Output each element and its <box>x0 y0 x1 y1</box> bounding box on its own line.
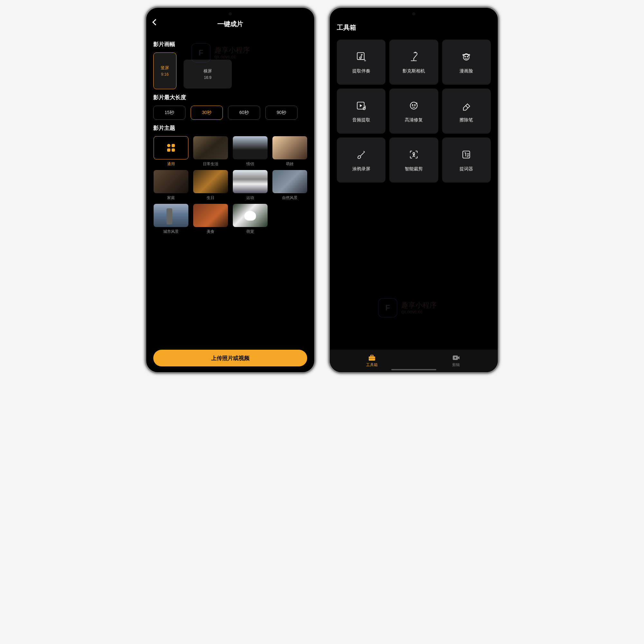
theme-item-sport[interactable]: 运动 <box>232 170 268 201</box>
eraser-icon <box>460 99 473 112</box>
tool-extract-accompaniment[interactable]: 提取伴奏 <box>337 40 385 85</box>
theme-thumb <box>272 136 307 159</box>
nav-toolbox-label: 工具箱 <box>366 362 378 368</box>
svg-point-10 <box>412 105 413 106</box>
theme-item-daily[interactable]: 日常生活 <box>193 136 228 167</box>
theme-item-birthday[interactable]: 生日 <box>193 170 228 201</box>
duration-option-60s[interactable]: 60秒 <box>228 106 260 120</box>
music-note-square-icon <box>355 50 368 63</box>
duration-option-30s[interactable]: 30秒 <box>191 106 223 120</box>
theme-label: 家庭 <box>167 195 175 201</box>
theme-item-city[interactable]: 城市风景 <box>153 204 188 234</box>
theme-item-food[interactable]: 美食 <box>193 204 228 234</box>
theme-item-general[interactable]: 通用 <box>153 136 188 167</box>
clown-face-icon <box>460 50 473 63</box>
theme-item-pet[interactable]: 萌宠 <box>232 204 268 234</box>
brush-icon <box>355 148 368 161</box>
section-theme-title: 影片主题 <box>153 124 307 132</box>
theme-label: 运动 <box>246 195 254 201</box>
upload-button[interactable]: 上传照片或视频 <box>153 350 307 366</box>
tool-cartoon-face[interactable]: 漫画脸 <box>442 40 491 85</box>
tool-audio-extract[interactable]: 音频提取 <box>337 89 385 134</box>
duration-option-90s[interactable]: 90秒 <box>265 106 298 120</box>
tool-label: 提词器 <box>459 166 473 172</box>
tool-smart-crop[interactable]: 智能裁剪 <box>389 137 438 183</box>
svg-rect-15 <box>371 355 373 356</box>
theme-label: 美食 <box>207 229 214 234</box>
theme-item-nature[interactable]: 自然风景 <box>272 170 307 201</box>
aspect-horizontal-ratio: 16:9 <box>204 75 211 80</box>
theme-thumb-general <box>154 136 188 159</box>
aspect-horizontal-label: 横屏 <box>204 68 212 74</box>
duration-option-15s[interactable]: 15秒 <box>153 106 185 120</box>
tool-doodle-record[interactable]: 涂鸦录屏 <box>337 137 385 183</box>
svg-point-4 <box>467 56 468 57</box>
back-icon[interactable] <box>152 19 159 25</box>
tool-eraser[interactable]: 擦除笔 <box>442 89 491 134</box>
theme-thumb <box>154 170 188 193</box>
theme-item-baby[interactable]: 萌娃 <box>272 136 307 167</box>
toolbox-title: 工具箱 <box>337 23 491 32</box>
crop-person-icon <box>407 148 420 161</box>
teleprompter-icon <box>460 148 473 161</box>
nav-edit-label: 剪辑 <box>452 362 460 368</box>
tool-label: 涂鸦录屏 <box>352 166 370 172</box>
sparkle-face-icon <box>407 99 420 112</box>
aspect-vertical-ratio: 9:16 <box>161 72 168 77</box>
theme-label: 日常生活 <box>203 161 218 167</box>
theme-thumb <box>233 136 268 159</box>
theme-thumb <box>193 170 228 193</box>
theme-item-family[interactable]: 家庭 <box>153 170 188 201</box>
svg-rect-16 <box>369 358 375 359</box>
theme-thumb <box>233 204 268 227</box>
svg-point-6 <box>469 54 470 56</box>
theme-item-couple[interactable]: 情侣 <box>232 136 268 167</box>
theme-label: 情侣 <box>246 161 254 167</box>
home-indicator <box>391 369 436 370</box>
theme-label: 萌宠 <box>246 229 254 234</box>
svg-rect-13 <box>463 151 470 158</box>
theme-thumb <box>233 170 268 193</box>
tool-yingkesi-camera[interactable]: 影克斯相机 <box>389 40 438 85</box>
phone-right: F 趣享小程序 qx.oovc.cc 工具箱 提取伴奏 影克斯相机 <box>328 6 499 374</box>
toolbox-icon <box>368 354 376 361</box>
bottom-nav: 工具箱 剪辑 <box>330 350 498 372</box>
play-music-icon <box>355 99 368 112</box>
header: 一键成片 <box>153 17 307 30</box>
phone-left: F 趣享小程序 qx.oovc.cc 一键成片 影片画幅 竖屏 9:16 横屏 … <box>145 6 316 374</box>
theme-label: 自然风景 <box>282 195 298 201</box>
tool-hd-restore[interactable]: 高清修复 <box>389 89 438 134</box>
svg-point-1 <box>359 57 361 59</box>
aspect-horizontal-card[interactable]: 横屏 16:9 <box>184 60 232 89</box>
svg-point-3 <box>465 56 466 57</box>
aspect-vertical-label: 竖屏 <box>161 65 169 71</box>
theme-thumb <box>193 136 228 159</box>
theme-label: 城市风景 <box>163 229 179 234</box>
theme-label: 生日 <box>207 195 214 201</box>
section-duration-title: 影片最大长度 <box>153 94 307 101</box>
theme-label: 通用 <box>167 161 175 167</box>
desk-lamp-icon <box>407 50 420 63</box>
svg-point-12 <box>413 153 414 154</box>
tool-label: 智能裁剪 <box>405 166 423 172</box>
svg-point-11 <box>414 105 415 106</box>
theme-label: 萌娃 <box>286 161 294 167</box>
video-plus-icon <box>452 354 460 361</box>
page-title: 一键成片 <box>217 20 243 28</box>
section-aspect-title: 影片画幅 <box>153 41 307 48</box>
tool-label: 音频提取 <box>352 117 370 123</box>
theme-thumb <box>154 204 188 227</box>
tool-teleprompter[interactable]: 提词器 <box>442 137 491 183</box>
tool-label: 提取伴奏 <box>352 68 370 74</box>
theme-thumb <box>272 170 307 193</box>
tool-label: 漫画脸 <box>459 68 473 74</box>
grid-icon <box>167 144 175 152</box>
tool-label: 影克斯相机 <box>403 68 425 74</box>
svg-point-5 <box>463 54 464 56</box>
theme-thumb <box>193 204 228 227</box>
tool-label: 擦除笔 <box>459 117 473 123</box>
tool-label: 高清修复 <box>405 117 423 123</box>
aspect-vertical-card[interactable]: 竖屏 9:16 <box>153 52 176 89</box>
